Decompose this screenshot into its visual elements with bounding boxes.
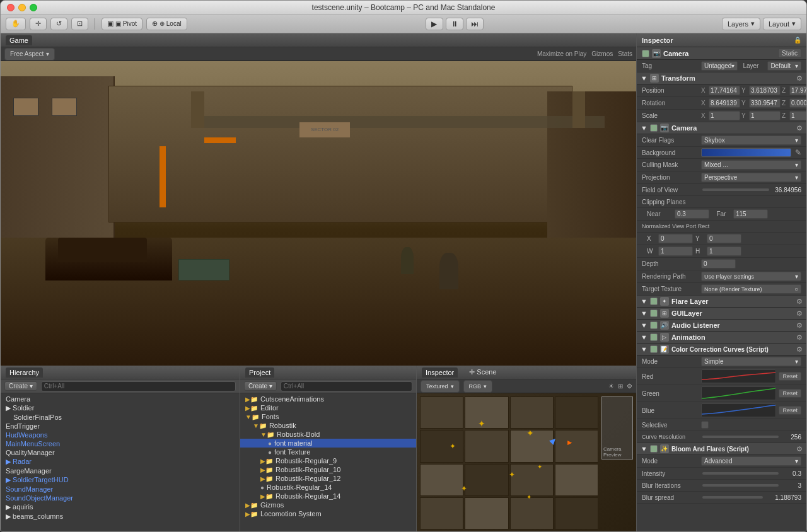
layer-dropdown[interactable]: Default▾ [767, 61, 801, 71]
audio-listener-header[interactable]: ▼ 🔊 Audio Listener ⚙ [637, 320, 806, 332]
red-reset-btn[interactable]: Reset [779, 372, 801, 381]
rot-y-field[interactable] [749, 98, 781, 108]
rotate-tool-button[interactable]: ↺ [50, 18, 67, 30]
list-item[interactable]: ▶ Radar [1, 457, 240, 466]
stats-btn[interactable]: Stats [618, 50, 632, 57]
tag-dropdown[interactable]: Untagged▾ [701, 61, 738, 71]
camera-active-checkbox[interactable] [642, 50, 649, 57]
project-create-btn[interactable]: Create ▾ [244, 381, 277, 391]
step-button[interactable]: ⏭ [466, 18, 484, 30]
bloom-enabled-checkbox[interactable] [650, 445, 658, 453]
color-correction-header[interactable]: ▼ 📝 Color Correction Curves (Script) ⚙ [637, 344, 806, 356]
hand-tool-button[interactable]: ✋ [6, 18, 26, 30]
list-item[interactable]: ▶📁 Robustik-Regular_10 [240, 465, 416, 474]
scale-tool-button[interactable]: ⊡ [71, 18, 88, 30]
animation-header[interactable]: ▼ ▷ Animation ⚙ [637, 332, 806, 344]
scale-y-field[interactable] [749, 111, 781, 120]
animation-enabled-checkbox[interactable] [650, 333, 658, 341]
curve-res-slider[interactable] [702, 436, 779, 438]
list-item[interactable]: QualityManager [1, 448, 240, 457]
cc-enabled-checkbox[interactable] [650, 345, 658, 353]
list-item[interactable]: ▶📁 Gizmos [240, 500, 416, 509]
list-item[interactable]: SoundManager [1, 485, 240, 494]
layout-dropdown[interactable]: Layout ▾ [763, 18, 801, 30]
gui-layer-header[interactable]: ▼ ⊞ GUILayer ⚙ [637, 308, 806, 320]
list-item[interactable]: ● font material [240, 439, 416, 448]
tab-hierarchy[interactable]: Hierarchy [6, 367, 43, 378]
target-texture-dropdown[interactable]: None (Render Texture) ○ [701, 284, 801, 294]
local-button[interactable]: ⊕ ⊕ Local [146, 18, 187, 30]
culling-mask-dropdown[interactable]: Mixed ... ▾ [701, 160, 801, 170]
green-reset-btn[interactable]: Reset [779, 389, 801, 398]
pause-button[interactable]: ⏸ [446, 18, 463, 30]
maximize-button[interactable] [30, 4, 37, 11]
blue-reset-btn[interactable]: Reset [779, 406, 801, 415]
bloom-header[interactable]: ▼ ✨ Bloom And Flares (Script) ⚙ [637, 443, 806, 455]
vp-x-field[interactable] [658, 234, 693, 243]
close-button[interactable] [7, 4, 15, 11]
rendering-path-dropdown[interactable]: Use Player Settings ▾ [701, 272, 801, 281]
flare-enabled-checkbox[interactable] [650, 298, 658, 305]
traffic-lights[interactable] [7, 4, 37, 11]
cc-mode-dropdown[interactable]: Simple ▾ [701, 357, 801, 366]
maximize-on-play-btn[interactable]: Maximize on Play [537, 50, 586, 57]
list-item[interactable]: ▶📁 Robustik-Regular_12 [240, 474, 416, 483]
selective-checkbox[interactable] [701, 421, 709, 429]
inspector-content[interactable]: 📷 Camera Static Tag Untagged▾ Layer Defa… [637, 47, 806, 532]
list-item[interactable]: ▼📁 Fonts [240, 412, 416, 421]
list-item[interactable]: ▶ aquiris [1, 502, 240, 512]
list-item[interactable]: ▶📁 Robustik-Regular_9 [240, 456, 416, 465]
rot-z-field[interactable] [789, 98, 806, 108]
rgb-dropdown[interactable]: RGB ▾ [463, 380, 493, 393]
gui-enabled-checkbox[interactable] [650, 309, 658, 317]
eyedropper-icon[interactable]: ✎ [795, 148, 801, 157]
background-color[interactable] [701, 148, 791, 157]
list-item[interactable]: ▶📁 CutsceneAnimations [240, 395, 416, 403]
list-item[interactable]: ▶ beams_columns [1, 512, 240, 521]
project-search[interactable] [281, 381, 412, 391]
tab-project[interactable]: Project [245, 367, 274, 378]
projection-dropdown[interactable]: Perspective ▾ [701, 173, 801, 182]
pos-x-field[interactable] [709, 86, 740, 95]
list-item[interactable]: SargeManager [1, 466, 240, 475]
tab-scene[interactable]: ✛ Scene [465, 367, 500, 378]
pos-z-field[interactable] [789, 86, 806, 95]
audio-enabled-checkbox[interactable] [650, 321, 658, 329]
rot-x-field[interactable] [709, 98, 740, 108]
list-item[interactable]: EndTrigger [1, 422, 240, 431]
list-item[interactable]: ▼📁 Robustik-Bold [240, 430, 416, 439]
list-item[interactable]: MainMenuScreen [1, 439, 240, 448]
layers-dropdown[interactable]: Layers ▾ [722, 18, 760, 30]
list-item[interactable]: SoundObjectManager [1, 494, 240, 502]
transform-section-header[interactable]: ▼ ⊞ Transform ⚙ [637, 72, 806, 84]
list-item[interactable]: ▶ Soldier [1, 403, 240, 413]
far-field[interactable] [733, 209, 768, 219]
list-item[interactable]: ▶📁 Locomotion System [240, 509, 416, 518]
aspect-dropdown[interactable]: Free Aspect ▾ [4, 48, 55, 61]
pos-y-field[interactable] [749, 86, 781, 95]
red-curve[interactable] [701, 369, 776, 383]
blue-curve[interactable] [701, 403, 776, 417]
list-item[interactable]: Camera [1, 395, 240, 403]
camera-component-header[interactable]: ▼ 📷 Camera ⚙ [637, 122, 806, 134]
list-item[interactable]: ● Robustik-Regular_14 [240, 483, 416, 492]
minimize-button[interactable] [18, 4, 26, 11]
pivot-button[interactable]: ▣ ▣ Pivot [102, 18, 142, 30]
list-item[interactable]: HudWeapons [1, 431, 240, 439]
list-item[interactable]: ▶📁 Robustik-Regular_14 [240, 492, 416, 500]
vp-h-field[interactable] [707, 246, 741, 256]
bloom-mode-dropdown[interactable]: Advanced ▾ [701, 456, 801, 466]
flare-layer-header[interactable]: ▼ ✦ Flare Layer ⚙ [637, 296, 806, 308]
scale-x-field[interactable] [709, 111, 740, 120]
blur-iter-slider[interactable] [702, 484, 779, 487]
vp-w-field[interactable] [658, 246, 693, 256]
intensity-slider[interactable] [702, 472, 779, 475]
hierarchy-create-btn[interactable]: Create ▾ [4, 381, 37, 391]
scale-z-field[interactable] [789, 111, 806, 120]
clear-flags-dropdown[interactable]: Skybox ▾ [701, 136, 801, 145]
near-field[interactable] [675, 209, 709, 219]
play-button[interactable]: ▶ [426, 18, 443, 30]
camera-enabled-checkbox[interactable] [650, 124, 658, 132]
hierarchy-search[interactable] [41, 381, 236, 391]
tab-game[interactable]: Game [6, 35, 32, 45]
